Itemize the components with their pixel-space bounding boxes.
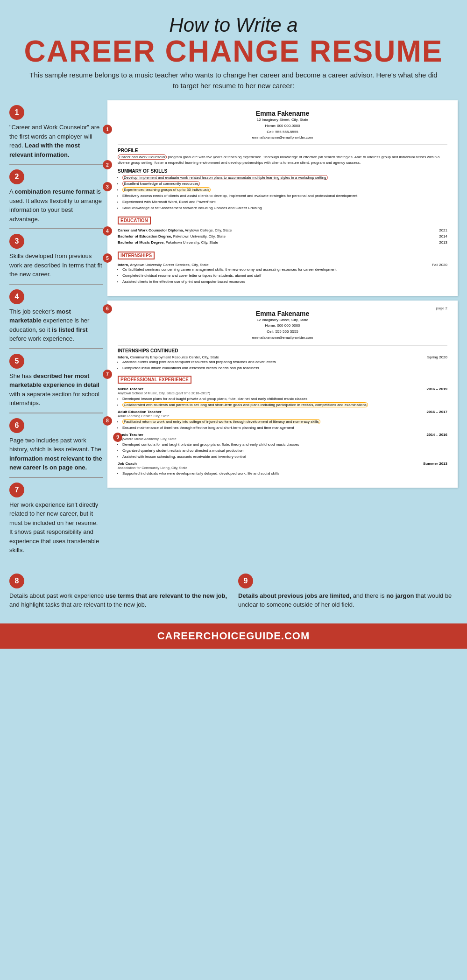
resume-contact-1: 12 Imaginary Street, City, State Home: 0… <box>118 117 447 141</box>
tip-2: 2 A combination resume format is used. I… <box>9 165 103 229</box>
header-subtitle: This sample resume belongs to a music te… <box>9 70 458 91</box>
internship-2-bullets: Assisted clients using print and compute… <box>122 359 447 371</box>
resume-header-1: Emma Fakename 12 Imaginary Street, City,… <box>118 110 447 141</box>
internship-2-header: Intern, Community Employment Resource Ce… <box>118 355 447 359</box>
resume-divider-2 <box>118 345 447 345</box>
skill-3: Experienced teaching groups of up to 30 … <box>122 187 447 193</box>
job-2-org: Adult Learning Center, City, State <box>118 414 447 418</box>
resume-page-1: 1 Emma Fakename 12 Imaginary Street, Cit… <box>107 100 458 296</box>
intern2-bullet-2: Completed initial intake evaluations and… <box>122 365 447 371</box>
tip-1: 1 "Career and Work Counselor" are the fi… <box>9 100 103 165</box>
tip-6: 6 Page two includes past work history, w… <box>9 413 103 478</box>
edu-row-3: Bachelor of Music Degree, Faketown Unive… <box>118 240 447 246</box>
badge-3: 3 <box>103 182 112 191</box>
tip-2-number: 2 <box>9 169 24 184</box>
badge-9: 9 <box>113 433 122 442</box>
resume-divider-1 <box>118 145 447 145</box>
tip-4-text: This job seeker's most marketable experi… <box>9 307 103 343</box>
profile-text: Career and Work Counselor program gradua… <box>118 154 447 166</box>
job-1-bullets: Developed lesson plans for and taught pr… <box>122 396 447 408</box>
job2-bullet-1: Facilitated return to work and entry int… <box>122 419 447 425</box>
internships-continued-title: INTERNSHIPS CONTINUED <box>118 348 447 353</box>
tip-2-text: A combination resume format is used. It … <box>9 187 103 224</box>
bottom-tip-9: 9 Details about previous jobs are limite… <box>238 569 458 614</box>
resume-name-2: Emma Fakename <box>118 310 447 317</box>
badge-2: 2 <box>103 160 112 169</box>
page-number: page 2 <box>436 306 447 310</box>
tip-7-number: 7 <box>9 483 24 497</box>
badge-8: 8 <box>103 416 112 426</box>
tip-4-number: 4 <box>9 289 24 304</box>
tip-6-text: Page two includes past work history, whi… <box>9 436 103 472</box>
intern1-bullet-1: Co-facilitated seminars concerning caree… <box>122 267 447 273</box>
bottom-tip-9-number: 9 <box>238 574 253 588</box>
tip-5-text: She has described her most marketable ex… <box>9 371 103 408</box>
job3-bullet-2: Organized quarterly student recitals and… <box>122 448 447 454</box>
skill-6: Solid knowledge of self-assessment softw… <box>122 205 447 211</box>
tip-3-text: Skills developed from previous work are … <box>9 252 103 279</box>
job3-bullet-1: Developed curricula for and taught priva… <box>122 442 447 448</box>
education-title: EDUCATION <box>118 217 151 224</box>
prof-exp-title: PROFESSIONAL EXPERIENCE <box>118 376 191 384</box>
job-3-bullets: Developed curricula for and taught priva… <box>122 442 447 460</box>
intern2-bullet-1: Assisted clients using print and compute… <box>122 359 447 365</box>
bottom-tips-section: 8 Details about past work experience use… <box>0 564 467 619</box>
intern1-bullet-2: Completed individual resume and cover le… <box>122 273 447 279</box>
internships-title: INTERNSHIPS <box>118 252 155 259</box>
job-1-header: Music Teacher 2016 – 2019 <box>118 387 447 391</box>
job-3-header: Music Teacher 2014 – 2016 <box>118 433 447 437</box>
tip-5-number: 5 <box>9 354 24 369</box>
tip-7-text: Her work experience isn't directly relat… <box>9 500 103 555</box>
main-layout: 1 "Career and Work Counselor" are the fi… <box>0 96 467 564</box>
internship-1-bullets: Co-facilitated seminars concerning caree… <box>122 267 447 285</box>
header-line1: How to Write a <box>9 14 458 36</box>
tip-6-number: 6 <box>9 418 24 433</box>
job-2-header: Adult Education Teacher 2016 – 2017 <box>118 410 447 414</box>
badge-6: 6 <box>103 304 112 314</box>
job4-bullet-1: Supported individuals who were developme… <box>122 471 447 476</box>
profile-title: PROFILE <box>118 148 447 153</box>
skills-title: SUMMARY OF SKILLS <box>118 168 447 174</box>
edu-row-1: Career and Work Counselor Diploma, Anyto… <box>118 228 447 234</box>
resume-name-1: Emma Fakename <box>118 110 447 117</box>
resume-contact-2: 12 Imaginary Street, City, State Home: 0… <box>118 317 447 341</box>
tip-5: 5 She has described her most marketable … <box>9 349 103 413</box>
tip-3-number: 3 <box>9 234 24 249</box>
job-4-bullets: Supported individuals who were developme… <box>122 471 447 476</box>
job1-bullet-2: Collaborated with students and parents t… <box>122 402 447 408</box>
badge-1: 1 <box>103 125 112 134</box>
resume-header-2: Emma Fakename 12 Imaginary Street, City,… <box>118 310 447 341</box>
tips-column: 1 "Career and Work Counselor" are the fi… <box>9 100 103 560</box>
tip-1-number: 1 <box>9 105 24 120</box>
tip-3: 3 Skills developed from previous work ar… <box>9 229 103 285</box>
page-header: How to Write a CAREER CHANGE RESUME This… <box>0 0 467 96</box>
header-title: CAREER CHANGE RESUME <box>9 36 458 66</box>
resume-page-2: page 2 6 Emma Fakename 12 Imaginary Stre… <box>107 301 458 488</box>
skill-1: Develop, implement and evaluate work-rel… <box>122 175 447 181</box>
edu-row-2: Bachelor of Education Degree, Faketown U… <box>118 234 447 240</box>
footer: CAREERCHOICEGUIDE.COM <box>0 623 467 649</box>
internship-1-header: Intern, Anytown University Career Servic… <box>118 263 447 267</box>
job3-bullet-3: Assisted with lesson scheduling, account… <box>122 454 447 460</box>
job-4-org: Association for Community Living, City, … <box>118 466 447 470</box>
badge-5: 5 <box>103 253 112 263</box>
skill-5: Experienced with Microsoft Word, Excel a… <box>122 199 447 205</box>
tip-4: 4 This job seeker's most marketable expe… <box>9 285 103 349</box>
job-3-org: Anywhere Music Academy, City, State <box>118 437 447 441</box>
job2-bullet-2: Ensured maintenance of timelines through… <box>122 425 447 431</box>
job1-bullet-1: Developed lesson plans for and taught pr… <box>122 396 447 402</box>
skill-4: Effectively assess needs of clients and … <box>122 193 447 199</box>
bottom-tip-8-number: 8 <box>9 574 24 588</box>
intern1-bullet-3: Assisted clients in the effective use of… <box>122 279 447 285</box>
bottom-tip-8: 8 Details about past work experience use… <box>9 569 229 614</box>
skill-2: Excellent knowledge of community resourc… <box>122 181 447 187</box>
badge-7: 7 <box>103 370 112 379</box>
tip-7: 7 Her work experience isn't directly rel… <box>9 478 103 560</box>
bottom-tip-8-text: Details about past work experience use t… <box>9 591 229 609</box>
tip-1-text: "Career and Work Counselor" are the firs… <box>9 123 103 159</box>
footer-text: CAREERCHOICEGUIDE.COM <box>7 630 460 642</box>
bottom-tip-9-text: Details about previous jobs are limited,… <box>238 591 458 609</box>
job-4-header: Job Coach Summer 2013 <box>118 462 447 466</box>
skills-list: Develop, implement and evaluate work-rel… <box>122 175 447 211</box>
badge-4: 4 <box>103 226 112 236</box>
